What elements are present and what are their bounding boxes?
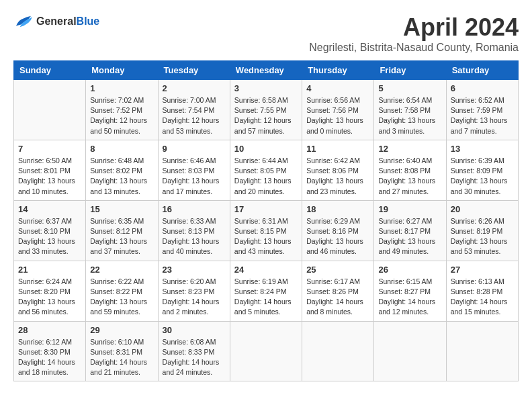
calendar-cell: 21Sunrise: 6:24 AMSunset: 8:20 PMDayligh… [14, 261, 86, 321]
calendar-cell: 28Sunrise: 6:12 AMSunset: 8:30 PMDayligh… [14, 321, 86, 381]
day-number: 23 [163, 265, 226, 275]
calendar-cell: 17Sunrise: 6:31 AMSunset: 8:15 PMDayligh… [230, 200, 302, 261]
calendar-header: SundayMondayTuesdayWednesdayThursdayFrid… [14, 61, 519, 80]
day-number: 27 [451, 265, 514, 275]
day-number: 22 [90, 265, 153, 275]
day-number: 21 [18, 265, 81, 275]
calendar-cell: 22Sunrise: 6:22 AMSunset: 8:22 PMDayligh… [86, 261, 158, 321]
week-row-1: 7Sunrise: 6:50 AMSunset: 8:01 PMDaylight… [14, 140, 519, 200]
day-number: 26 [378, 265, 441, 275]
day-number: 4 [306, 83, 369, 93]
calendar-cell: 1Sunrise: 7:02 AMSunset: 7:52 PMDaylight… [86, 80, 158, 140]
week-row-2: 14Sunrise: 6:37 AMSunset: 8:10 PMDayligh… [14, 200, 519, 261]
day-info: Sunrise: 6:37 AMSunset: 8:10 PMDaylight:… [18, 216, 81, 257]
calendar-subtitle: Negrilesti, Bistrita-Nasaud County, Roma… [309, 42, 519, 54]
day-info: Sunrise: 6:58 AMSunset: 7:55 PMDaylight:… [234, 95, 298, 136]
day-number: 13 [451, 144, 514, 154]
column-header-wednesday: Wednesday [230, 61, 302, 80]
day-number: 6 [451, 83, 514, 93]
day-info: Sunrise: 6:13 AMSunset: 8:28 PMDaylight:… [451, 277, 514, 318]
day-number: 7 [18, 144, 81, 154]
calendar-cell: 5Sunrise: 6:54 AMSunset: 7:58 PMDaylight… [374, 80, 446, 140]
day-number: 19 [378, 204, 441, 214]
calendar-cell: 12Sunrise: 6:40 AMSunset: 8:08 PMDayligh… [374, 140, 446, 200]
calendar-cell: 3Sunrise: 6:58 AMSunset: 7:55 PMDaylight… [230, 80, 302, 140]
column-header-sunday: Sunday [14, 61, 86, 80]
calendar-cell: 11Sunrise: 6:42 AMSunset: 8:06 PMDayligh… [302, 140, 374, 200]
day-info: Sunrise: 6:35 AMSunset: 8:12 PMDaylight:… [90, 216, 153, 257]
day-number: 29 [90, 325, 153, 335]
column-header-friday: Friday [374, 61, 446, 80]
column-header-tuesday: Tuesday [158, 61, 230, 80]
calendar-cell: 16Sunrise: 6:33 AMSunset: 8:13 PMDayligh… [158, 200, 230, 261]
day-number: 3 [234, 83, 298, 93]
day-number: 2 [163, 83, 226, 93]
calendar-cell: 30Sunrise: 6:08 AMSunset: 8:33 PMDayligh… [158, 321, 230, 381]
day-info: Sunrise: 6:08 AMSunset: 8:33 PMDaylight:… [163, 337, 226, 378]
calendar-cell [14, 80, 86, 140]
day-number: 1 [90, 83, 153, 93]
day-info: Sunrise: 6:27 AMSunset: 8:17 PMDaylight:… [378, 216, 441, 257]
calendar-title: April 2024 [309, 13, 519, 42]
column-header-thursday: Thursday [302, 61, 374, 80]
day-info: Sunrise: 6:19 AMSunset: 8:24 PMDaylight:… [234, 277, 298, 318]
day-info: Sunrise: 6:20 AMSunset: 8:23 PMDaylight:… [163, 277, 226, 318]
day-number: 15 [90, 204, 153, 214]
calendar-cell: 7Sunrise: 6:50 AMSunset: 8:01 PMDaylight… [14, 140, 86, 200]
column-header-monday: Monday [86, 61, 158, 80]
day-info: Sunrise: 6:42 AMSunset: 8:06 PMDaylight:… [306, 156, 369, 197]
day-number: 25 [306, 265, 369, 275]
calendar-cell: 20Sunrise: 6:26 AMSunset: 8:19 PMDayligh… [446, 200, 518, 261]
day-number: 30 [163, 325, 226, 335]
calendar-cell: 14Sunrise: 6:37 AMSunset: 8:10 PMDayligh… [14, 200, 86, 261]
day-info: Sunrise: 6:26 AMSunset: 8:19 PMDaylight:… [451, 216, 514, 257]
day-info: Sunrise: 6:24 AMSunset: 8:20 PMDaylight:… [18, 277, 81, 318]
calendar-cell: 13Sunrise: 6:39 AMSunset: 8:09 PMDayligh… [446, 140, 518, 200]
calendar-cell: 19Sunrise: 6:27 AMSunset: 8:17 PMDayligh… [374, 200, 446, 261]
column-header-saturday: Saturday [446, 61, 518, 80]
day-info: Sunrise: 6:31 AMSunset: 8:15 PMDaylight:… [234, 216, 298, 257]
day-info: Sunrise: 6:52 AMSunset: 7:59 PMDaylight:… [451, 95, 514, 136]
logo-text: General Blue [36, 15, 99, 28]
day-info: Sunrise: 7:02 AMSunset: 7:52 PMDaylight:… [90, 95, 153, 136]
calendar-cell [446, 321, 518, 381]
calendar-cell: 24Sunrise: 6:19 AMSunset: 8:24 PMDayligh… [230, 261, 302, 321]
calendar-cell: 8Sunrise: 6:48 AMSunset: 8:02 PMDaylight… [86, 140, 158, 200]
day-info: Sunrise: 6:17 AMSunset: 8:26 PMDaylight:… [306, 277, 369, 318]
calendar-cell: 9Sunrise: 6:46 AMSunset: 8:03 PMDaylight… [158, 140, 230, 200]
day-info: Sunrise: 6:29 AMSunset: 8:16 PMDaylight:… [306, 216, 369, 257]
day-number: 12 [378, 144, 441, 154]
header: General Blue April 2024 Negrilesti, Bist… [13, 13, 519, 54]
calendar-cell: 25Sunrise: 6:17 AMSunset: 8:26 PMDayligh… [302, 261, 374, 321]
logo-general: General [36, 15, 77, 28]
day-number: 24 [234, 265, 298, 275]
calendar-cell [302, 321, 374, 381]
calendar-cell: 10Sunrise: 6:44 AMSunset: 8:05 PMDayligh… [230, 140, 302, 200]
calendar-cell: 26Sunrise: 6:15 AMSunset: 8:27 PMDayligh… [374, 261, 446, 321]
calendar-cell: 29Sunrise: 6:10 AMSunset: 8:31 PMDayligh… [86, 321, 158, 381]
title-block: April 2024 Negrilesti, Bistrita-Nasaud C… [309, 13, 519, 54]
day-info: Sunrise: 7:00 AMSunset: 7:54 PMDaylight:… [163, 95, 226, 136]
day-number: 18 [306, 204, 369, 214]
calendar-cell: 15Sunrise: 6:35 AMSunset: 8:12 PMDayligh… [86, 200, 158, 261]
day-number: 14 [18, 204, 81, 214]
day-info: Sunrise: 6:44 AMSunset: 8:05 PMDaylight:… [234, 156, 298, 197]
day-number: 9 [163, 144, 226, 154]
calendar-cell: 23Sunrise: 6:20 AMSunset: 8:23 PMDayligh… [158, 261, 230, 321]
day-info: Sunrise: 6:33 AMSunset: 8:13 PMDaylight:… [163, 216, 226, 257]
calendar-body: 1Sunrise: 7:02 AMSunset: 7:52 PMDaylight… [14, 80, 519, 381]
day-info: Sunrise: 6:54 AMSunset: 7:58 PMDaylight:… [378, 95, 441, 136]
day-number: 20 [451, 204, 514, 214]
calendar-cell: 18Sunrise: 6:29 AMSunset: 8:16 PMDayligh… [302, 200, 374, 261]
logo: General Blue [13, 13, 99, 30]
day-info: Sunrise: 6:56 AMSunset: 7:56 PMDaylight:… [306, 95, 369, 136]
calendar-cell [374, 321, 446, 381]
day-info: Sunrise: 6:15 AMSunset: 8:27 PMDaylight:… [378, 277, 441, 318]
calendar-cell [230, 321, 302, 381]
day-info: Sunrise: 6:46 AMSunset: 8:03 PMDaylight:… [163, 156, 226, 197]
calendar-table: SundayMondayTuesdayWednesdayThursdayFrid… [13, 60, 519, 381]
week-row-3: 21Sunrise: 6:24 AMSunset: 8:20 PMDayligh… [14, 261, 519, 321]
logo-blue: Blue [77, 15, 100, 28]
day-info: Sunrise: 6:40 AMSunset: 8:08 PMDaylight:… [378, 156, 441, 197]
day-info: Sunrise: 6:10 AMSunset: 8:31 PMDaylight:… [90, 337, 153, 378]
